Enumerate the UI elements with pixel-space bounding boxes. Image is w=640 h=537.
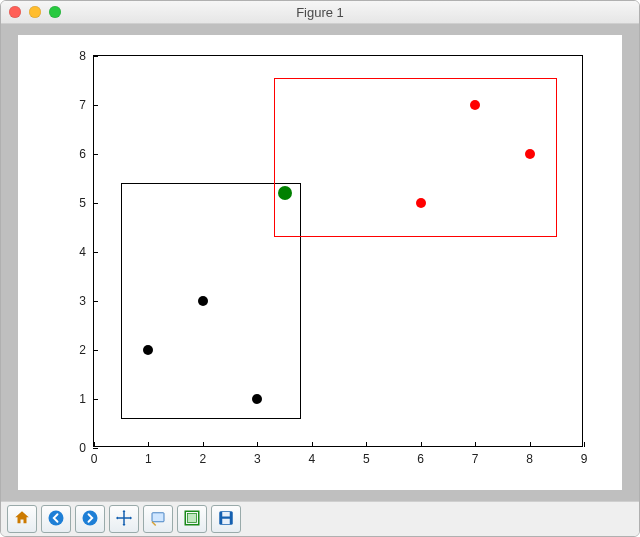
- arrow-left-icon: [47, 509, 65, 530]
- x-tick-label: 6: [417, 446, 424, 466]
- y-tick-label: 5: [79, 196, 94, 210]
- svg-rect-6: [222, 512, 230, 517]
- zoom-window-icon[interactable]: [49, 6, 61, 18]
- x-tick-label: 5: [363, 446, 370, 466]
- home-icon: [13, 509, 31, 530]
- y-tick-label: 7: [79, 98, 94, 112]
- zoom-icon: [149, 509, 167, 530]
- y-tick-label: 6: [79, 147, 94, 161]
- save-button[interactable]: [211, 505, 241, 533]
- svg-rect-7: [222, 518, 230, 523]
- x-tick-label: 4: [308, 446, 315, 466]
- red-box: [274, 78, 557, 237]
- figure-window: Figure 1 0123456780123456789: [0, 0, 640, 537]
- x-tick-label: 1: [145, 446, 152, 466]
- data-point: [525, 149, 535, 159]
- x-tick-label: 2: [200, 446, 207, 466]
- x-tick-label: 0: [91, 446, 98, 466]
- minimize-icon[interactable]: [29, 6, 41, 18]
- titlebar: Figure 1: [1, 1, 639, 24]
- window-controls: [1, 6, 61, 18]
- svg-point-1: [83, 510, 98, 525]
- x-tick-label: 8: [526, 446, 533, 466]
- y-tick-label: 4: [79, 245, 94, 259]
- toolbar: [1, 501, 639, 536]
- plot-pane: 0123456780123456789: [1, 24, 639, 501]
- zoom-button[interactable]: [143, 505, 173, 533]
- x-tick-label: 9: [581, 446, 588, 466]
- forward-button[interactable]: [75, 505, 105, 533]
- data-point: [470, 100, 480, 110]
- svg-rect-2: [152, 512, 164, 521]
- configure-subplots-button[interactable]: [177, 505, 207, 533]
- back-button[interactable]: [41, 505, 71, 533]
- subplots-icon: [183, 509, 201, 530]
- x-tick-label: 3: [254, 446, 261, 466]
- pan-button[interactable]: [109, 505, 139, 533]
- y-tick-label: 3: [79, 294, 94, 308]
- y-tick-label: 8: [79, 49, 94, 63]
- home-button[interactable]: [7, 505, 37, 533]
- y-tick-label: 2: [79, 343, 94, 357]
- plot-surface: 0123456780123456789: [18, 35, 622, 490]
- arrow-right-icon: [81, 509, 99, 530]
- data-point: [416, 198, 426, 208]
- y-tick-label: 1: [79, 392, 94, 406]
- close-icon[interactable]: [9, 6, 21, 18]
- move-icon: [115, 509, 133, 530]
- x-tick-label: 7: [472, 446, 479, 466]
- data-point: [278, 186, 292, 200]
- svg-point-0: [49, 510, 64, 525]
- svg-rect-4: [188, 513, 197, 522]
- axes[interactable]: 0123456780123456789: [93, 55, 583, 447]
- window-title: Figure 1: [1, 5, 639, 20]
- data-point: [198, 296, 208, 306]
- save-icon: [217, 509, 235, 530]
- data-point: [143, 345, 153, 355]
- data-point: [252, 394, 262, 404]
